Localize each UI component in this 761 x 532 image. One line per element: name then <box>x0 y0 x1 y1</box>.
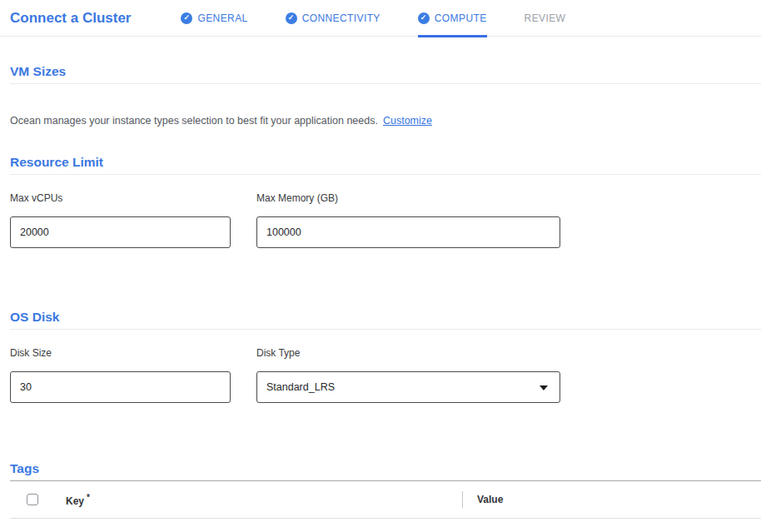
max-memory-label: Max Memory (GB) <box>256 192 560 204</box>
max-vcpus-input[interactable] <box>10 216 231 248</box>
os-disk-fields: Disk Size Disk Type Standard_LRS <box>10 347 761 403</box>
max-vcpus-label: Max vCPUs <box>10 192 231 204</box>
tab-connectivity[interactable]: ✓ CONNECTIVITY <box>286 0 380 36</box>
disk-type-select[interactable]: Standard_LRS <box>256 371 560 403</box>
wizard-header: Connect a Cluster ✓ GENERAL ✓ CONNECTIVI… <box>0 0 761 37</box>
required-marker: * <box>87 493 90 502</box>
vm-sizes-description-text: Ocean manages your instance types select… <box>10 115 378 127</box>
max-memory-input[interactable] <box>256 216 560 248</box>
tab-compute-label: COMPUTE <box>435 12 487 24</box>
disk-type-field: Disk Type Standard_LRS <box>256 347 560 403</box>
tags-heading: Tags <box>10 461 761 481</box>
check-circle-icon: ✓ <box>418 12 430 24</box>
disk-size-input[interactable] <box>10 371 231 403</box>
max-vcpus-field: Max vCPUs <box>10 192 231 248</box>
tab-review[interactable]: REVIEW <box>525 0 566 36</box>
tab-compute[interactable]: ✓ COMPUTE <box>418 0 487 36</box>
os-disk-heading: OS Disk <box>10 310 761 330</box>
disk-size-field: Disk Size <box>10 347 231 403</box>
tags-key-column-header: Key* <box>66 493 462 507</box>
tab-review-label: REVIEW <box>525 12 566 24</box>
vm-sizes-heading: VM Sizes <box>10 64 761 84</box>
page-title: Connect a Cluster <box>10 10 131 27</box>
disk-type-selected-value: Standard_LRS <box>266 381 335 393</box>
check-circle-icon: ✓ <box>181 12 192 24</box>
max-memory-field: Max Memory (GB) <box>256 192 560 248</box>
select-all-checkbox[interactable] <box>27 494 38 505</box>
tab-connectivity-label: CONNECTIVITY <box>302 12 380 24</box>
compute-step-content: VM Sizes Ocean manages your instance typ… <box>0 64 761 519</box>
customize-link[interactable]: Customize <box>383 115 432 127</box>
disk-size-label: Disk Size <box>10 347 231 359</box>
resource-limit-heading: Resource Limit <box>10 155 761 175</box>
tags-table-header: Key* Value <box>10 481 761 519</box>
tab-general-label: GENERAL <box>197 12 247 24</box>
disk-type-label: Disk Type <box>256 347 560 359</box>
tab-general[interactable]: ✓ GENERAL <box>181 0 247 36</box>
chevron-down-icon <box>540 385 548 390</box>
resource-limit-fields: Max vCPUs Max Memory (GB) <box>10 192 761 248</box>
check-circle-icon: ✓ <box>286 12 297 24</box>
tags-key-column-label: Key <box>66 495 84 507</box>
vm-sizes-description: Ocean manages your instance types select… <box>10 115 761 127</box>
tags-value-column-header: Value <box>463 494 761 505</box>
